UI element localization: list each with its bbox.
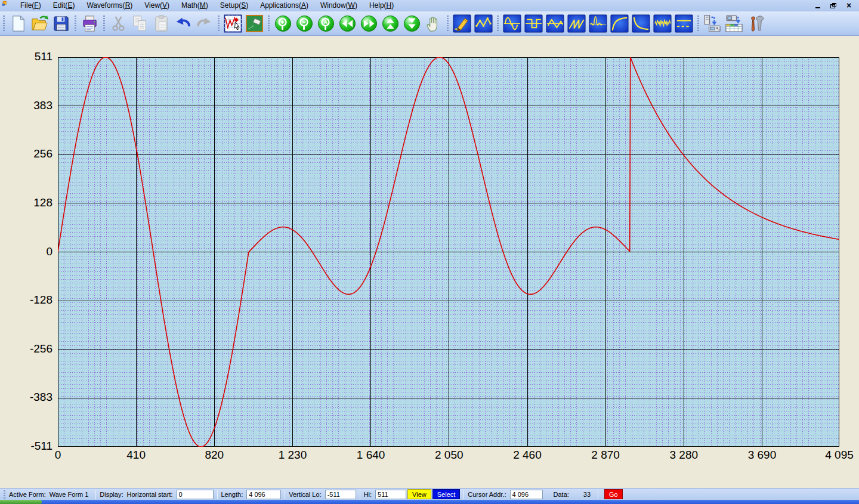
data-value: 33 bbox=[583, 491, 591, 498]
toolbar-group-draw bbox=[444, 11, 494, 35]
taskbar bbox=[0, 500, 859, 504]
form-icon[interactable] bbox=[1, 1, 12, 11]
x-tick-label: 0 bbox=[55, 449, 61, 462]
view-button[interactable]: View bbox=[407, 489, 431, 499]
save-button[interactable] bbox=[50, 12, 72, 35]
page-left-button[interactable] bbox=[336, 12, 358, 35]
copy-button[interactable] bbox=[129, 12, 150, 35]
sine-wave-icon bbox=[503, 14, 521, 33]
cursor-addr-input[interactable] bbox=[510, 490, 543, 499]
x-tick-label: 2 050 bbox=[435, 449, 464, 462]
freehand-button[interactable] bbox=[451, 12, 472, 35]
hand-icon bbox=[424, 14, 443, 33]
x-tick-label: 410 bbox=[126, 449, 146, 462]
new-file-icon bbox=[9, 14, 27, 33]
redo-icon bbox=[195, 14, 214, 33]
undo-icon bbox=[174, 14, 192, 33]
cut-button[interactable] bbox=[107, 12, 129, 35]
x-tick-label: 2 460 bbox=[513, 449, 542, 462]
active-form-value: Wave Form 1 bbox=[50, 491, 89, 498]
horizontal-start-input[interactable] bbox=[177, 490, 214, 499]
paste-button[interactable] bbox=[150, 12, 172, 35]
minimize-button[interactable] bbox=[814, 1, 822, 10]
length-input[interactable] bbox=[246, 490, 281, 499]
tools-icon bbox=[746, 14, 765, 33]
go-button[interactable]: Go bbox=[604, 489, 623, 499]
pencil-icon bbox=[453, 14, 471, 33]
square-button[interactable] bbox=[523, 12, 544, 35]
menu-waveforms[interactable]: Waveforms(R) bbox=[81, 0, 138, 11]
y-tick-label: 511 bbox=[0, 50, 52, 63]
sawtooth-button[interactable] bbox=[566, 12, 587, 35]
edit-points-button[interactable] bbox=[222, 12, 243, 35]
dc-button[interactable] bbox=[673, 12, 694, 35]
x-tick-label: 3 280 bbox=[669, 449, 698, 462]
separator bbox=[360, 490, 360, 499]
toolbar-group-print bbox=[72, 11, 100, 35]
menu-applications[interactable]: Applications(A) bbox=[254, 0, 314, 11]
menu-setup[interactable]: Setup(S) bbox=[214, 0, 254, 11]
zoom-out-button[interactable] bbox=[293, 12, 315, 35]
print-button[interactable] bbox=[79, 12, 100, 35]
page-right-button[interactable] bbox=[358, 12, 379, 35]
toolbar-grip bbox=[218, 16, 220, 31]
sinc-wave-icon bbox=[589, 14, 607, 33]
y-tick-label: -511 bbox=[0, 440, 52, 453]
menu-bar: File(F)Edit(E)Waveforms(R)View(V)Math(M)… bbox=[0, 0, 859, 11]
zoom-all-icon: A bbox=[317, 14, 335, 33]
length-label: Length: bbox=[221, 491, 243, 498]
open-button[interactable] bbox=[29, 12, 50, 35]
page-up-button[interactable] bbox=[379, 12, 401, 35]
select-button[interactable]: Select bbox=[432, 489, 461, 499]
redo-button[interactable] bbox=[193, 12, 215, 35]
tools-button[interactable] bbox=[744, 12, 766, 35]
toolbar-grip bbox=[697, 16, 699, 31]
erase-icon bbox=[245, 14, 264, 33]
menu-help[interactable]: Help(H) bbox=[363, 0, 400, 11]
page-right-icon bbox=[360, 14, 378, 33]
sine-button[interactable] bbox=[501, 12, 523, 35]
close-button[interactable]: × bbox=[845, 1, 853, 10]
page-down-button[interactable] bbox=[401, 12, 422, 35]
start-button[interactable] bbox=[0, 500, 42, 504]
menu-view[interactable]: View(V) bbox=[138, 0, 175, 11]
toolbar: A bbox=[0, 11, 859, 36]
sinc-button[interactable] bbox=[587, 12, 608, 35]
zoom-in-button[interactable] bbox=[272, 12, 293, 35]
vertical-lo-input[interactable] bbox=[325, 490, 356, 499]
line-segments-button[interactable] bbox=[472, 12, 494, 35]
menu-window[interactable]: Window(W) bbox=[314, 0, 363, 11]
triangle-wave-icon bbox=[546, 14, 564, 33]
new-button[interactable] bbox=[7, 12, 29, 35]
menu-file[interactable]: File(F) bbox=[14, 0, 47, 11]
menu-math[interactable]: Math(M) bbox=[175, 0, 214, 11]
menu-edit[interactable]: Edit(E) bbox=[47, 0, 81, 11]
restore-button[interactable] bbox=[829, 1, 838, 10]
hi-input[interactable] bbox=[375, 490, 406, 499]
noise-button[interactable] bbox=[651, 12, 673, 35]
send-to-instrument-button[interactable] bbox=[702, 12, 723, 35]
pan-button[interactable] bbox=[422, 12, 444, 35]
triangle-button[interactable] bbox=[544, 12, 566, 35]
toolbar-grip bbox=[103, 16, 105, 31]
exp-decay-button[interactable] bbox=[630, 12, 651, 35]
undo-button[interactable] bbox=[172, 12, 193, 35]
y-tick-label: -383 bbox=[0, 391, 52, 404]
copy-icon bbox=[131, 14, 149, 33]
display-label: Display: bbox=[100, 491, 123, 498]
horizontal-start-label: Horizontal start: bbox=[126, 491, 172, 498]
read-to-table-button[interactable] bbox=[723, 12, 744, 35]
y-tick-label: -128 bbox=[0, 293, 52, 307]
toolbar-grip bbox=[268, 16, 270, 31]
x-tick-label: 820 bbox=[205, 449, 224, 462]
waveform-plot[interactable] bbox=[58, 57, 839, 447]
toolbar-group-navigate: A bbox=[265, 11, 444, 35]
separator bbox=[95, 490, 96, 499]
erase-button[interactable] bbox=[243, 12, 265, 35]
exp-decay-icon bbox=[632, 14, 650, 33]
y-tick-label: 128 bbox=[0, 196, 52, 209]
menu-items: File(F)Edit(E)Waveforms(R)View(V)Math(M)… bbox=[14, 0, 400, 11]
exp-rise-button[interactable] bbox=[608, 12, 630, 35]
x-tick-label: 1 640 bbox=[357, 449, 385, 462]
zoom-all-button[interactable]: A bbox=[315, 12, 336, 35]
